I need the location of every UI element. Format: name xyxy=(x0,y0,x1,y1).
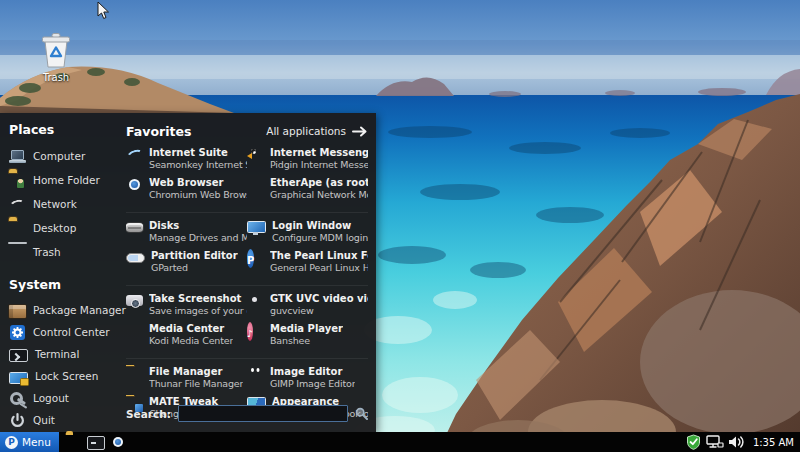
all-applications-label: All applications xyxy=(266,125,346,137)
desktop-folder-icon xyxy=(9,220,26,237)
menu-item-label: Control Center xyxy=(33,326,110,338)
volume-icon[interactable] xyxy=(727,434,746,450)
gparted-icon xyxy=(126,253,145,263)
file-manager-folder-icon xyxy=(126,365,143,382)
menu-left-column: Places Computer Home Folder Network Desk… xyxy=(0,113,118,432)
control-center-gear-icon xyxy=(9,324,26,341)
updates-shield-icon[interactable] xyxy=(686,434,701,450)
menu-item-label: Quit xyxy=(33,414,55,426)
favorites-column-2: Internet MessengerPidgin Internet Messen… xyxy=(247,146,368,431)
menu-item-quit[interactable]: Quit xyxy=(9,409,118,431)
menu-item-label: Lock Screen xyxy=(35,370,98,382)
places-header: Places xyxy=(9,122,118,137)
menu-item-label: Network xyxy=(33,198,77,210)
desktop: Trash Places Computer Home Folder Networ… xyxy=(0,0,800,452)
fav-item-partition-editor[interactable]: Partition EditorGParted xyxy=(126,249,247,279)
search-input[interactable] xyxy=(178,405,348,422)
menu-item-network[interactable]: Network xyxy=(9,192,118,216)
fav-item-media-center[interactable]: Media CenterKodi Media Center xyxy=(126,322,247,352)
favorites-column-1: Internet SuiteSeamonkey Internet Suite W… xyxy=(126,146,247,431)
menu-item-terminal[interactable]: Terminal xyxy=(9,343,118,365)
taskbar-menu-button[interactable]: P Menu xyxy=(0,432,59,452)
menu-item-label: Logout xyxy=(33,392,69,404)
favorites-section: Favorites All applications Internet Suit… xyxy=(120,113,376,432)
menu-item-label: Terminal xyxy=(35,348,79,360)
taskbar-clock[interactable]: 1:35 AM xyxy=(753,437,794,448)
fav-item-login-window[interactable]: Login WindowConfigure MDM login window..… xyxy=(247,219,368,249)
fav-item-internet-messenger[interactable]: Internet MessengerPidgin Internet Messen… xyxy=(247,146,368,176)
system-tray: 1:35 AM xyxy=(686,434,800,450)
menu-item-package-manager[interactable]: Package Manager xyxy=(9,299,118,321)
menu-item-logout[interactable]: Logout xyxy=(9,387,118,409)
taskbar-chromium-launcher[interactable] xyxy=(110,434,126,450)
taskbar: P Menu 1:35 AM xyxy=(0,432,800,452)
terminal-icon xyxy=(9,349,28,362)
menu-item-trash[interactable]: Trash xyxy=(9,240,118,264)
search-label: Search: xyxy=(126,408,171,420)
taskbar-file-manager-launcher[interactable] xyxy=(66,434,82,450)
screenshot-icon xyxy=(126,295,143,306)
menu-item-label: Desktop xyxy=(33,222,76,234)
home-folder-icon xyxy=(9,172,26,189)
fav-item-guvcview[interactable]: GTK UVC video viewerguvcview xyxy=(247,292,368,322)
pearl-forum-icon: P xyxy=(247,249,254,268)
application-menu: Places Computer Home Folder Network Desk… xyxy=(0,113,376,432)
menu-item-home-folder[interactable]: Home Folder xyxy=(9,168,118,192)
pearl-logo-icon: P xyxy=(5,436,18,449)
logout-key-icon xyxy=(9,390,26,407)
menu-item-computer[interactable]: Computer xyxy=(9,144,118,168)
menu-button-label: Menu xyxy=(22,436,51,448)
fav-item-etherape[interactable]: EtherApe (as root)Graphical Network Moni… xyxy=(247,176,368,206)
computer-icon xyxy=(9,148,26,165)
menu-item-label: Trash xyxy=(33,246,61,258)
fav-item-disks[interactable]: DisksManage Drives and Media xyxy=(126,219,247,249)
mouse-cursor xyxy=(97,1,110,20)
menu-item-label: Computer xyxy=(33,150,85,162)
fav-item-file-manager[interactable]: File ManagerThunar File Manager xyxy=(126,365,247,395)
menu-item-control-center[interactable]: Control Center xyxy=(9,321,118,343)
menu-item-desktop[interactable]: Desktop xyxy=(9,216,118,240)
fav-item-web-browser[interactable]: Web BrowserChromium Web Browser xyxy=(126,176,247,206)
menu-item-label: Home Folder xyxy=(33,174,100,186)
fav-item-internet-suite[interactable]: Internet SuiteSeamonkey Internet Suite xyxy=(126,146,247,176)
all-applications-button[interactable]: All applications xyxy=(266,125,368,137)
system-section: System Package Manager Control Center xyxy=(9,277,118,431)
login-window-icon xyxy=(247,221,266,233)
system-header: System xyxy=(9,277,118,292)
trash-can-icon xyxy=(36,32,76,69)
disks-icon xyxy=(126,223,143,232)
network-icon[interactable] xyxy=(704,434,724,450)
fav-item-image-editor[interactable]: Image EditorGIMP Image Editor xyxy=(247,365,368,395)
right-arrow-icon xyxy=(352,126,368,137)
taskbar-terminal-launcher[interactable] xyxy=(87,436,105,450)
trash-label: Trash xyxy=(26,72,86,83)
search-bar: Search: xyxy=(126,405,368,422)
package-manager-icon xyxy=(9,305,26,318)
fav-item-pearl-forum[interactable]: P The Pearl Linux ForumGeneral Pearl Lin… xyxy=(247,249,368,279)
favorites-header: Favorites xyxy=(126,124,191,139)
places-section: Places Computer Home Folder Network Desk… xyxy=(9,122,118,264)
quit-power-icon xyxy=(9,412,26,429)
menu-item-label: Package Manager xyxy=(33,304,126,316)
fav-item-take-screenshot[interactable]: Take ScreenshotSave images of your deskt… xyxy=(126,292,247,322)
menu-item-lock-screen[interactable]: Lock Screen xyxy=(9,365,118,387)
magnifier-icon xyxy=(355,407,368,420)
banshee-icon: ♪ xyxy=(247,322,253,341)
lock-screen-icon xyxy=(9,372,28,384)
fav-item-media-player[interactable]: ♪ Media PlayerBanshee xyxy=(247,322,368,352)
desktop-trash-shortcut[interactable]: Trash xyxy=(26,32,86,83)
